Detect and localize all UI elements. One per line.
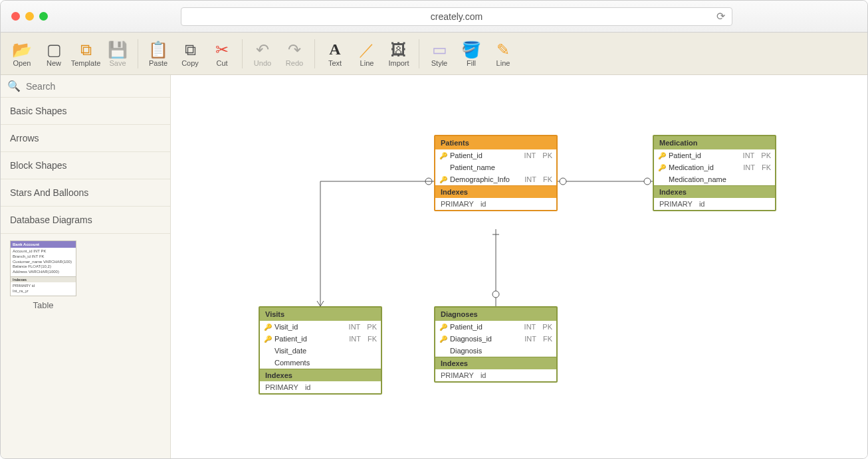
shape-preview-label: Table bbox=[10, 296, 76, 310]
save-icon: 💾 bbox=[108, 41, 127, 59]
fill-label: Fill bbox=[467, 59, 476, 67]
pk-key-icon: 🔑 bbox=[439, 152, 446, 159]
cut-icon: ✂ bbox=[213, 41, 231, 59]
column-name: Medication_id bbox=[669, 163, 739, 171]
template-button[interactable]: ⧉Template bbox=[70, 35, 102, 72]
column-name: Medication_name bbox=[669, 175, 771, 183]
undo-icon: ↶ bbox=[253, 41, 272, 59]
line2-button[interactable]: ✎Line bbox=[487, 35, 519, 72]
indexes-header: Indexes bbox=[260, 369, 381, 381]
fill-button[interactable]: 🪣Fill bbox=[455, 35, 487, 72]
template-icon: ⧉ bbox=[76, 41, 95, 59]
open-icon: 📂 bbox=[13, 41, 31, 59]
table-diagnoses-row: Diagnosis bbox=[435, 345, 556, 357]
line2-icon: ✎ bbox=[494, 41, 512, 59]
paste-label: Paste bbox=[149, 59, 167, 67]
import-button[interactable]: 🖼Import bbox=[383, 35, 415, 72]
open-label: Open bbox=[13, 59, 31, 67]
save-button: 💾Save bbox=[102, 35, 134, 72]
template-label: Template bbox=[71, 59, 101, 67]
new-button[interactable]: ▢New bbox=[38, 35, 70, 72]
close-window-icon[interactable] bbox=[11, 12, 20, 21]
table-diagnoses-title: Diagnoses bbox=[435, 308, 556, 321]
sidebar: 🔍 Basic ShapesArrowsBlock ShapesStars An… bbox=[1, 75, 171, 459]
line-label: Line bbox=[360, 59, 374, 67]
cut-label: Cut bbox=[216, 59, 227, 67]
thumb-idx: PRIMARY idInt_ra_yr bbox=[11, 282, 76, 296]
column-type: INT bbox=[524, 175, 536, 183]
svg-point-1 bbox=[560, 178, 566, 185]
minimize-window-icon[interactable] bbox=[25, 12, 34, 21]
address-bar-url: creately.com bbox=[431, 11, 483, 22]
canvas[interactable]: Patients🔑Patient_idINTPKPatient_name🔑Dem… bbox=[171, 75, 867, 459]
cut-button[interactable]: ✂Cut bbox=[206, 35, 238, 72]
search-input[interactable] bbox=[26, 81, 163, 92]
table-patients-row: Patient_name bbox=[435, 161, 556, 173]
column-keytype: PK bbox=[367, 323, 377, 331]
table-patients[interactable]: Patients🔑Patient_idINTPKPatient_name🔑Dem… bbox=[434, 135, 558, 211]
column-name: Diagnosis_id bbox=[450, 335, 520, 343]
table-medication[interactable]: Medication🔑Patient_idINTPK🔑Medication_id… bbox=[653, 135, 776, 211]
undo-label: Undo bbox=[254, 59, 271, 67]
table-medication-row: 🔑Patient_idINTPK bbox=[654, 149, 775, 161]
text-icon: A bbox=[326, 41, 344, 59]
table-patients-title: Patients bbox=[435, 136, 556, 149]
column-type: INT bbox=[349, 323, 361, 331]
table-shape-thumb[interactable]: Bank Account Account_id INT PKBranch_id … bbox=[10, 240, 76, 296]
svg-line-6 bbox=[317, 301, 320, 306]
search-icon: 🔍 bbox=[7, 80, 21, 92]
table-patients-row: 🔑Demographic_InfoINTFK bbox=[435, 173, 556, 185]
thumb-idx-label: Indexes bbox=[11, 276, 76, 282]
thumb-rows: Account_id INT PKBranch_id INT FKCustome… bbox=[11, 248, 76, 276]
column-name: Demographic_Info bbox=[450, 175, 520, 183]
table-diagnoses[interactable]: Diagnoses🔑Patient_idINTPK🔑Diagnosis_idIN… bbox=[434, 306, 558, 383]
index-row: PRIMARYid bbox=[260, 381, 381, 393]
column-type: INT bbox=[524, 323, 536, 331]
table-medication-row: 🔑Medication_idINTFK bbox=[654, 161, 775, 173]
fk-key-icon: 🔑 bbox=[439, 335, 446, 343]
address-bar[interactable]: creately.com ⟳ bbox=[181, 7, 732, 26]
new-label: New bbox=[47, 59, 61, 67]
column-name: Patient_id bbox=[669, 151, 739, 159]
svg-point-2 bbox=[644, 178, 651, 185]
index-row: PRIMARYid bbox=[654, 198, 775, 210]
table-diagnoses-row: 🔑Diagnosis_idINTFK bbox=[435, 333, 556, 345]
line-button[interactable]: ／Line bbox=[351, 35, 383, 72]
browser-chrome: creately.com ⟳ bbox=[1, 1, 867, 33]
sidebar-item-block-shapes[interactable]: Block Shapes bbox=[1, 152, 170, 179]
copy-button[interactable]: ⧉Copy bbox=[174, 35, 206, 72]
sidebar-item-arrows[interactable]: Arrows bbox=[1, 125, 170, 152]
table-visits-row: 🔑Visit_idINTPK bbox=[260, 321, 381, 333]
import-icon: 🖼 bbox=[389, 41, 408, 59]
column-name: Patient_name bbox=[450, 163, 552, 171]
maximize-window-icon[interactable] bbox=[39, 12, 48, 21]
table-visits-row: 🔑Patient_idINTFK bbox=[260, 333, 381, 345]
text-label: Text bbox=[328, 59, 342, 67]
table-medication-row: Medication_name bbox=[654, 173, 775, 185]
sidebar-item-basic-shapes[interactable]: Basic Shapes bbox=[1, 98, 170, 125]
workspace: 🔍 Basic ShapesArrowsBlock ShapesStars An… bbox=[1, 75, 867, 459]
sidebar-item-stars-and-balloons[interactable]: Stars And Balloons bbox=[1, 179, 170, 207]
text-button[interactable]: AText bbox=[319, 35, 351, 72]
new-icon: ▢ bbox=[45, 41, 63, 59]
toolbar-separator bbox=[138, 39, 138, 68]
column-name: Diagnosis bbox=[450, 347, 552, 355]
sidebar-item-database-diagrams[interactable]: Database Diagrams bbox=[1, 207, 170, 234]
table-visits-row: Comments bbox=[260, 357, 381, 369]
thumb-title: Bank Account bbox=[11, 241, 76, 248]
pk-key-icon: 🔑 bbox=[264, 323, 271, 331]
line2-label: Line bbox=[496, 59, 510, 67]
save-label: Save bbox=[109, 59, 126, 67]
style-button[interactable]: ▭Style bbox=[423, 35, 455, 72]
copy-icon: ⧉ bbox=[181, 41, 199, 59]
index-row: PRIMARYid bbox=[435, 369, 556, 381]
column-name: Patient_id bbox=[450, 151, 520, 159]
fk-key-icon: 🔑 bbox=[439, 176, 446, 183]
column-name: Patient_id bbox=[450, 323, 520, 331]
reload-icon[interactable]: ⟳ bbox=[716, 10, 725, 23]
table-visits[interactable]: Visits🔑Visit_idINTPK🔑Patient_idINTFKVisi… bbox=[259, 306, 382, 395]
redo-icon: ↷ bbox=[285, 41, 304, 59]
sidebar-search: 🔍 bbox=[1, 75, 170, 98]
open-button[interactable]: 📂Open bbox=[6, 35, 38, 72]
paste-button[interactable]: 📋Paste bbox=[142, 35, 174, 72]
